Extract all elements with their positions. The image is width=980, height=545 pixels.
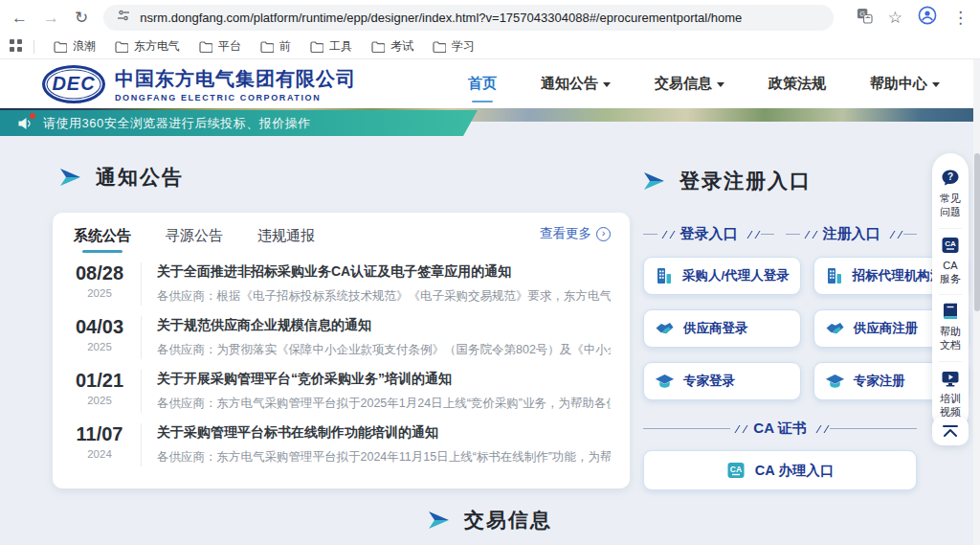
- quickbar-label: 帮助文档: [939, 325, 962, 352]
- nav-item-trade-info[interactable]: 交易信息: [655, 67, 724, 101]
- notice-title[interactable]: 关于规范供应商企业规模信息的通知: [157, 317, 611, 334]
- bookmark-label: 学习: [452, 38, 475, 55]
- company-name-en: DONGFANG ELECTRIC CORPORATION: [115, 93, 356, 102]
- handshake-icon: [655, 319, 675, 338]
- bookmark-label: 东方电气: [134, 38, 180, 55]
- scrollbar-thumb[interactable]: [974, 153, 980, 311]
- notice-title[interactable]: 关于开展采购管理平台“竞价采购业务”培训的通知: [157, 371, 611, 388]
- notice-summary: 各供应商：根据《电子招标投标系统技术规范》《电子采购交易规范》要求，东方电气采购…: [157, 288, 611, 305]
- faq-shortcut[interactable]: ? 常见问题: [939, 162, 962, 228]
- notice-summary: 各供应商：东方电气采购管理平台拟于2024年11月15日上线“标书在线制作”功能…: [157, 449, 611, 466]
- company-logo[interactable]: DEC 中国东方电气集团有限公司 DONGFANG ELECTRIC CORPO…: [42, 65, 356, 103]
- notice-list-item[interactable]: 01/21 2025 关于开展采购管理平台“竞价采购业务”培训的通知 各供应商：…: [53, 362, 630, 416]
- quickbar-label: CA服务: [939, 259, 962, 286]
- announcements-section-title: 通知公告: [59, 164, 184, 191]
- quickbar-label: 培训视频: [939, 392, 962, 420]
- tab-system-notices[interactable]: 系统公告: [74, 215, 131, 254]
- bookmark-folder-kaoshi[interactable]: 考试: [364, 36, 421, 57]
- back-icon[interactable]: ←: [11, 10, 28, 26]
- bookmark-label: 浪潮: [73, 38, 96, 55]
- nav-item-home[interactable]: 首页: [468, 67, 497, 101]
- help-docs-shortcut[interactable]: 帮助文档: [939, 294, 962, 361]
- expert-login-button[interactable]: 专家登录: [643, 362, 801, 400]
- bookmark-folder-langchao[interactable]: 浪潮: [46, 36, 103, 57]
- notice-list-item[interactable]: 04/03 2025 关于规范供应商企业规模信息的通知 各供应商：为贯彻落实《保…: [53, 308, 630, 362]
- tab-violation-reports[interactable]: 违规通报: [257, 215, 315, 254]
- nav-item-policies[interactable]: 政策法规: [768, 67, 826, 101]
- graduation-cap-icon: [825, 372, 845, 391]
- handshake-icon: [825, 319, 845, 338]
- section-title-text: 交易信息: [464, 507, 552, 534]
- address-bar[interactable]: nsrm.dongfang.com/platform/runtime/epp/d…: [103, 5, 834, 31]
- speaker-icon: [17, 116, 34, 131]
- toolbar-actions: G ☆ ⋮: [857, 6, 969, 29]
- apps-grid-icon[interactable]: [10, 38, 22, 56]
- folder-icon: [310, 41, 323, 53]
- ca-apply-button[interactable]: CA CA 办理入口: [643, 450, 917, 490]
- ca-certificate-header: CA 证书: [643, 420, 917, 438]
- site-header: DEC 中国东方电气集团有限公司 DONGFANG ELECTRIC CORPO…: [0, 59, 980, 108]
- building-icon: [825, 266, 844, 285]
- notice-banner-text: 请使用360安全浏览器进行后续投标、报价操作: [43, 115, 311, 132]
- floating-quickbar: ? 常见问题 CA CA服务 帮助文档 培训视频: [932, 153, 969, 431]
- ca-badge-icon: CA: [726, 461, 746, 480]
- chevron-down-icon: [717, 82, 724, 87]
- section-arrow-icon: [59, 168, 82, 187]
- ca-badge-icon: CA: [941, 236, 960, 255]
- bookmark-folder-gongju[interactable]: 工具: [302, 36, 360, 57]
- video-icon: [941, 369, 960, 388]
- svg-text:?: ?: [947, 171, 953, 182]
- divider: [141, 370, 142, 413]
- divider: [141, 423, 142, 466]
- graduation-cap-icon: [655, 372, 675, 391]
- purchaser-agent-login-button[interactable]: 采购人/代理人登录: [643, 257, 801, 295]
- announcement-tabs: 系统公告 寻源公告 违规通报 查看更多 ›: [53, 213, 630, 255]
- nav-item-help-center[interactable]: 帮助中心: [870, 67, 940, 101]
- url-text: nsrm.dongfang.com/platform/runtime/epp/d…: [140, 11, 742, 25]
- ca-service-shortcut[interactable]: CA CA服务: [939, 228, 962, 295]
- bookmark-folder-xuexi[interactable]: 学习: [425, 36, 482, 57]
- book-icon: [941, 302, 960, 321]
- folder-icon: [371, 41, 385, 53]
- bookmark-folder-dongfang[interactable]: 东方电气: [107, 36, 188, 57]
- translate-icon[interactable]: G: [857, 8, 873, 28]
- notice-title[interactable]: 关于采购管理平台标书在线制作功能培训的通知: [157, 424, 611, 442]
- quickbar-label: 常见问题: [939, 192, 962, 219]
- bookmark-label: 前: [279, 38, 291, 55]
- bookmarks-bar: 浪潮 东方电气 平台 前 工具 考试 学习: [0, 34, 980, 59]
- profile-avatar[interactable]: [918, 6, 937, 29]
- bookmark-folder-qian[interactable]: 前: [253, 36, 299, 57]
- notification-dot: [30, 113, 35, 119]
- notice-list-item[interactable]: 08/28 2025 关于全面推进非招标采购业务CA认证及电子签章应用的通知 各…: [53, 255, 630, 308]
- section-title-text: 登录注册入口: [679, 168, 812, 194]
- folder-icon: [199, 41, 212, 53]
- supplier-login-button[interactable]: 供应商登录: [643, 309, 801, 348]
- divider: [141, 262, 142, 306]
- tab-sourcing-notices[interactable]: 寻源公告: [166, 215, 223, 254]
- browser-window: ← → ↻ nsrm.dongfang.com/platform/runtime…: [0, 0, 980, 545]
- notice-date: 11/07 2024: [66, 420, 133, 469]
- section-arrow-icon: [643, 171, 666, 191]
- notice-title[interactable]: 关于全面推进非招标采购业务CA认证及电子签章应用的通知: [157, 263, 611, 281]
- register-entry-header: 注册入口: [786, 225, 917, 243]
- announcements-card: 系统公告 寻源公告 违规通报 查看更多 › 08/28 2025 关于全面推进非…: [53, 213, 630, 488]
- refresh-icon[interactable]: ↻: [75, 10, 88, 26]
- view-more-link[interactable]: 查看更多 ›: [540, 225, 611, 242]
- forward-icon[interactable]: →: [43, 10, 59, 26]
- page-scrollbar[interactable]: [973, 59, 980, 545]
- company-name-cn: 中国东方电气集团有限公司: [115, 66, 356, 92]
- notice-list-item[interactable]: 11/07 2024 关于采购管理平台标书在线制作功能培训的通知 各供应商：东方…: [53, 416, 630, 469]
- login-section-title: 登录注册入口: [643, 168, 917, 194]
- site-settings-icon[interactable]: [117, 9, 130, 26]
- notice-summary: 各供应商：东方电气采购管理平台拟于2025年1月24日上线“竞价采购”业务，为帮…: [157, 396, 611, 412]
- folder-icon: [54, 41, 67, 53]
- notice-date: 04/03 2025: [66, 313, 133, 362]
- bookmark-star-icon[interactable]: ☆: [888, 10, 902, 26]
- bookmark-label: 工具: [329, 38, 352, 55]
- svg-text:CA: CA: [945, 239, 956, 248]
- nav-item-notices[interactable]: 通知公告: [541, 67, 611, 101]
- bookmark-folder-pingtai[interactable]: 平台: [191, 36, 249, 57]
- building-icon: [655, 266, 674, 285]
- back-to-top-button[interactable]: [932, 417, 969, 445]
- menu-kebab-icon[interactable]: ⋮: [952, 10, 969, 26]
